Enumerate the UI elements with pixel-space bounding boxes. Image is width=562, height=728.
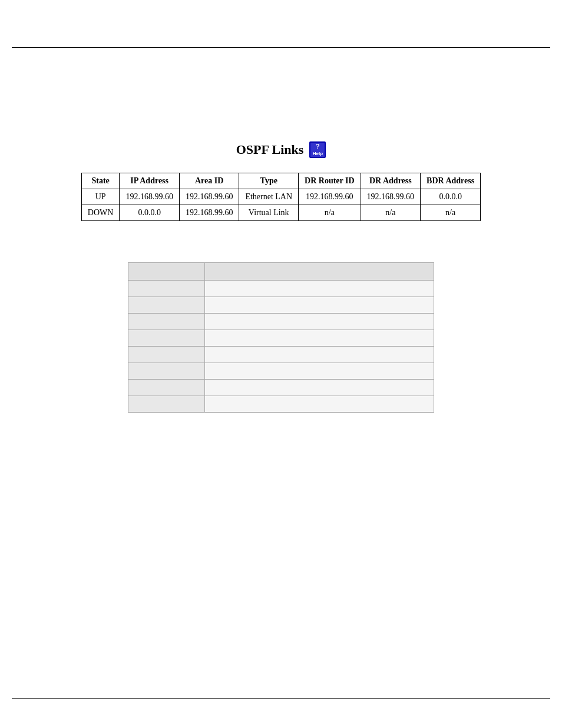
secondary-cell-col1 — [128, 281, 205, 297]
secondary-table-row — [128, 347, 434, 363]
secondary-cell-col1 — [128, 330, 205, 347]
bottom-divider — [12, 698, 550, 699]
help-button[interactable]: ?Help — [309, 141, 326, 158]
table-cell: n/a — [361, 205, 421, 221]
secondary-cell-col1 — [128, 396, 205, 413]
secondary-cell-col2 — [204, 281, 434, 297]
page-title: OSPF Links — [236, 142, 304, 157]
table-cell: 192.168.99.60 — [179, 205, 239, 221]
col-header-type: Type — [239, 173, 299, 189]
col-header-bdr-address: BDR Address — [421, 173, 481, 189]
secondary-cell-col2 — [204, 396, 434, 413]
secondary-cell-col2 — [204, 330, 434, 347]
secondary-table-row — [128, 314, 434, 330]
ospf-links-table: State IP Address Area ID Type DR Router … — [81, 173, 481, 221]
secondary-cell-col2 — [204, 380, 434, 396]
secondary-cell-col1 — [128, 347, 205, 363]
secondary-header-col1 — [128, 263, 205, 281]
table-cell: 192.168.99.60 — [179, 189, 239, 205]
secondary-table-row — [128, 380, 434, 396]
table-cell: UP — [81, 189, 120, 205]
col-header-dr-router-id: DR Router ID — [299, 173, 361, 189]
secondary-table-row — [128, 363, 434, 380]
secondary-table-row — [128, 330, 434, 347]
secondary-table — [128, 262, 434, 413]
table-cell: 192.168.99.60 — [299, 189, 361, 205]
secondary-table-row — [128, 396, 434, 413]
secondary-cell-col1 — [128, 363, 205, 380]
secondary-cell-col1 — [128, 380, 205, 396]
table-cell: Virtual Link — [239, 205, 299, 221]
table-cell: Ethernet LAN — [239, 189, 299, 205]
table-header-row: State IP Address Area ID Type DR Router … — [81, 173, 480, 189]
secondary-header-col2 — [204, 263, 434, 281]
title-row: OSPF Links ?Help — [236, 141, 326, 158]
table-cell: n/a — [421, 205, 481, 221]
table-cell: DOWN — [81, 205, 120, 221]
col-header-area-id: Area ID — [179, 173, 239, 189]
col-header-dr-address: DR Address — [361, 173, 421, 189]
col-header-state: State — [81, 173, 120, 189]
secondary-cell-col2 — [204, 314, 434, 330]
table-cell: 192.168.99.60 — [361, 189, 421, 205]
secondary-cell-col1 — [128, 297, 205, 314]
table-cell: n/a — [299, 205, 361, 221]
table-row: UP192.168.99.60192.168.99.60Ethernet LAN… — [81, 189, 480, 205]
secondary-cell-col2 — [204, 347, 434, 363]
table-cell: 192.168.99.60 — [120, 189, 180, 205]
top-divider — [12, 47, 550, 48]
secondary-cell-col1 — [128, 314, 205, 330]
secondary-header-row — [128, 263, 434, 281]
col-header-ip-address: IP Address — [120, 173, 180, 189]
secondary-cell-col2 — [204, 363, 434, 380]
secondary-table-row — [128, 297, 434, 314]
secondary-cell-col2 — [204, 297, 434, 314]
table-cell: 0.0.0.0 — [421, 189, 481, 205]
help-icon-label: ?Help — [313, 143, 323, 156]
secondary-table-row — [128, 281, 434, 297]
table-cell: 0.0.0.0 — [120, 205, 180, 221]
table-row: DOWN0.0.0.0192.168.99.60Virtual Linkn/an… — [81, 205, 480, 221]
